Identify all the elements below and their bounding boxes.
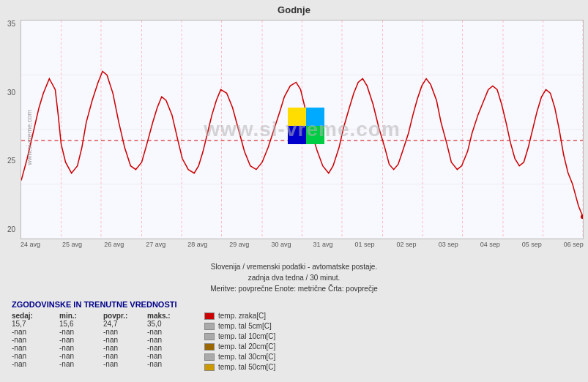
- legend-label-0: temp. zraka[C]: [218, 312, 266, 320]
- r1-maks: -nan: [147, 328, 191, 336]
- legend-item-4: temp. tal 30cm[C]: [204, 353, 275, 361]
- legend-label-3: temp. tal 20cm[C]: [218, 342, 275, 351]
- table-row-0: 15,7 15,6 24,7 35,0: [12, 320, 191, 328]
- x-label-3: 27 avg: [146, 241, 165, 248]
- r3-sedaj: -nan: [12, 344, 59, 352]
- logo-box: [288, 108, 324, 144]
- x-label-13: 06 sep: [564, 241, 584, 248]
- svg-rect-2: [288, 126, 306, 144]
- legend-color-5: [204, 364, 215, 371]
- hdr-sedaj: sedaj:: [12, 312, 59, 320]
- r5-maks: -nan: [147, 360, 191, 368]
- r1-sedaj: -nan: [12, 328, 59, 336]
- r2-maks: -nan: [147, 336, 191, 344]
- svg-rect-1: [306, 108, 324, 126]
- legend-color-4: [204, 353, 215, 361]
- hdr-maks: maks.:: [147, 312, 191, 320]
- y-axis: 35 30 25 20: [7, 17, 15, 236]
- r1-min: -nan: [59, 328, 103, 336]
- x-label-6: 30 avg: [271, 241, 291, 248]
- data-table: sedaj: min.: povpr.: maks.: 15,7 15,6 24…: [12, 312, 191, 371]
- chart-title: Godnje: [0, 0, 588, 17]
- desc-line3: Meritve: povprečne Enote: metrične Črta:…: [0, 283, 588, 294]
- data-section: ZGODOVINSKE IN TRENUTNE VREDNOSTI sedaj:…: [0, 296, 588, 374]
- svg-rect-0: [288, 108, 306, 126]
- x-label-10: 03 sep: [439, 241, 458, 248]
- r4-sedaj: -nan: [12, 352, 59, 360]
- table-row-3: -nan -nan -nan -nan: [12, 344, 191, 352]
- y-label-20: 20: [7, 225, 15, 233]
- description: Slovenija / vremenski podatki - avtomats…: [0, 261, 588, 294]
- legend-item-5: temp. tal 50cm[C]: [204, 363, 275, 371]
- r0-sedaj: 15,7: [12, 320, 59, 328]
- x-label-4: 28 avg: [187, 241, 207, 248]
- legend-label-1: temp. tal 5cm[C]: [218, 322, 272, 330]
- legend-color-2: [204, 333, 215, 340]
- table-legend-row: sedaj: min.: povpr.: maks.: 15,7 15,6 24…: [12, 312, 581, 371]
- legend: temp. zraka[C] temp. tal 5cm[C] temp. ta…: [204, 312, 275, 371]
- r3-maks: -nan: [147, 344, 191, 352]
- r0-povpr: 24,7: [103, 320, 147, 328]
- legend-label-5: temp. tal 50cm[C]: [218, 363, 275, 371]
- r2-povpr: -nan: [103, 336, 147, 344]
- x-label-1: 25 avg: [62, 241, 82, 248]
- r2-sedaj: -nan: [12, 336, 59, 344]
- r5-sedaj: -nan: [12, 360, 59, 368]
- x-label-11: 04 sep: [480, 241, 500, 248]
- desc-line1: Slovenija / vremenski podatki - avtomats…: [0, 261, 588, 272]
- r5-povpr: -nan: [103, 360, 147, 368]
- r1-povpr: -nan: [103, 328, 147, 336]
- svg-point-24: [581, 214, 583, 219]
- hdr-min: min.:: [59, 312, 103, 320]
- table-row-5: -nan -nan -nan -nan: [12, 360, 191, 368]
- r4-min: -nan: [59, 352, 103, 360]
- r0-maks: 35,0: [147, 320, 191, 328]
- x-label-0: 24 avg: [21, 241, 40, 248]
- r3-povpr: -nan: [103, 344, 147, 352]
- table-title: ZGODOVINSKE IN TRENUTNE VREDNOSTI: [12, 300, 581, 309]
- r4-povpr: -nan: [103, 352, 147, 360]
- x-axis-labels: 24 avg 25 avg 26 avg 27 avg 28 avg 29 av…: [21, 241, 584, 248]
- y-label-30: 30: [7, 89, 15, 97]
- hdr-povpr: povpr.:: [103, 312, 147, 320]
- y-label-35: 35: [7, 20, 15, 28]
- y-label-25: 25: [7, 157, 15, 165]
- r2-min: -nan: [59, 336, 103, 344]
- x-label-5: 29 avg: [229, 241, 249, 248]
- legend-item-2: temp. tal 10cm[C]: [204, 332, 275, 340]
- legend-item-0: temp. zraka[C]: [204, 312, 275, 320]
- x-label-8: 01 sep: [355, 241, 375, 248]
- x-label-9: 02 sep: [397, 241, 417, 248]
- legend-item-3: temp. tal 20cm[C]: [204, 342, 275, 351]
- desc-line2: zadnja dva tedna / 30 minut.: [0, 272, 588, 283]
- r5-min: -nan: [59, 360, 103, 368]
- table-row-2: -nan -nan -nan -nan: [12, 336, 191, 344]
- svg-rect-3: [306, 126, 324, 144]
- x-label-2: 26 avg: [104, 241, 124, 248]
- legend-color-0: [204, 312, 215, 320]
- legend-color-3: [204, 343, 215, 351]
- main-container: Godnje www.si-vreme.com 35 30 25 20 www.…: [0, 0, 588, 382]
- x-label-7: 31 avg: [313, 241, 332, 248]
- r0-min: 15,6: [59, 320, 103, 328]
- table-row-4: -nan -nan -nan -nan: [12, 352, 191, 360]
- r4-maks: -nan: [147, 352, 191, 360]
- legend-item-1: temp. tal 5cm[C]: [204, 322, 275, 330]
- table-row-1: -nan -nan -nan -nan: [12, 328, 191, 336]
- legend-label-2: temp. tal 10cm[C]: [218, 332, 275, 340]
- legend-label-4: temp. tal 30cm[C]: [218, 353, 275, 361]
- side-watermark: www.si-vreme.com: [26, 110, 33, 165]
- r3-min: -nan: [59, 344, 103, 352]
- x-label-12: 05 sep: [522, 241, 542, 248]
- legend-color-1: [204, 323, 215, 330]
- chart-area: www.si-vreme.com: [21, 20, 584, 239]
- table-header: sedaj: min.: povpr.: maks.:: [12, 312, 191, 320]
